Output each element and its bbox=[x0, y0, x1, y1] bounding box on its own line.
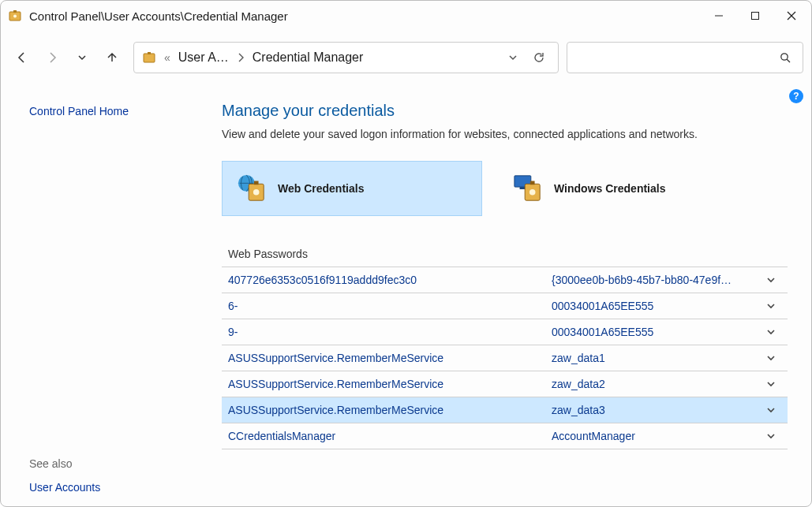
window-title: Control Panel\User Accounts\Credential M… bbox=[29, 9, 701, 23]
close-button[interactable] bbox=[773, 3, 810, 28]
location-icon bbox=[142, 50, 156, 65]
chevron-down-icon[interactable] bbox=[761, 326, 781, 337]
credential-row[interactable]: 407726e6353c0516f9119addd9fec3c0{3000ee0… bbox=[222, 267, 788, 293]
windows-credentials-tile[interactable]: Windows Credentials bbox=[498, 161, 758, 216]
address-dropdown[interactable] bbox=[501, 52, 525, 63]
credential-list: 407726e6353c0516f9119addd9fec3c0{3000ee0… bbox=[222, 267, 788, 449]
svg-rect-8 bbox=[148, 52, 151, 54]
credential-name: 407726e6353c0516f9119addd9fec3c0 bbox=[228, 274, 552, 286]
sidebar: Control Panel Home See also User Account… bbox=[1, 88, 222, 506]
search-icon bbox=[780, 52, 791, 64]
window: Control Panel\User Accounts\Credential M… bbox=[0, 0, 812, 507]
credential-row[interactable]: ASUSSupportService.RememberMeServicezaw_… bbox=[222, 371, 788, 397]
minimize-button[interactable] bbox=[701, 3, 737, 28]
chevron-down-icon[interactable] bbox=[761, 404, 781, 416]
section-label: Web Passwords bbox=[222, 248, 788, 267]
tile-label: Windows Credentials bbox=[554, 182, 665, 195]
back-button[interactable] bbox=[9, 44, 36, 71]
credential-user: 00034001A65EE555 bbox=[552, 300, 761, 312]
svg-rect-7 bbox=[144, 54, 155, 62]
svg-rect-1 bbox=[13, 10, 17, 13]
svg-rect-13 bbox=[254, 181, 259, 185]
title-bar: Control Panel\User Accounts\Credential M… bbox=[1, 1, 811, 31]
chevron-down-icon[interactable] bbox=[761, 300, 781, 311]
credential-user: zaw_data1 bbox=[552, 352, 761, 364]
credential-user: zaw_data2 bbox=[552, 378, 761, 390]
content-body: Control Panel Home See also User Account… bbox=[1, 88, 811, 506]
credential-user: 00034001A65EE555 bbox=[552, 326, 761, 338]
web-credentials-tile[interactable]: Web Credentials bbox=[222, 161, 482, 216]
see-also-label: See also bbox=[29, 457, 222, 470]
up-button[interactable] bbox=[99, 44, 125, 71]
page-title: Manage your credentials bbox=[222, 102, 788, 120]
forward-button[interactable] bbox=[39, 44, 65, 71]
credential-name: 6- bbox=[228, 300, 552, 312]
breadcrumb-segment[interactable]: Credential Manager bbox=[248, 50, 369, 65]
chevron-right-icon bbox=[234, 53, 248, 62]
refresh-button[interactable] bbox=[525, 51, 553, 64]
control-panel-home-link[interactable]: Control Panel Home bbox=[29, 105, 222, 117]
credential-name: 9- bbox=[228, 326, 552, 338]
svg-point-14 bbox=[253, 189, 260, 196]
credential-user: AccountManager bbox=[552, 430, 761, 442]
credential-name: CCredentialsManager bbox=[228, 430, 552, 442]
credential-name: ASUSSupportService.RememberMeService bbox=[228, 404, 552, 416]
chevron-down-icon[interactable] bbox=[761, 274, 781, 285]
credential-tiles: Web Credentials Windows Credentials bbox=[222, 161, 788, 216]
credential-user: zaw_data3 bbox=[552, 404, 761, 416]
user-accounts-link[interactable]: User Accounts bbox=[29, 481, 222, 494]
main-panel: ? Manage your credentials View and delet… bbox=[222, 88, 811, 506]
svg-point-19 bbox=[529, 189, 536, 196]
globe-vault-icon bbox=[237, 173, 267, 203]
chevron-down-icon[interactable] bbox=[761, 378, 781, 390]
credential-name: ASUSSupportService.RememberMeService bbox=[228, 352, 552, 364]
credential-row[interactable]: 9-00034001A65EE555 bbox=[222, 319, 788, 345]
help-icon[interactable]: ? bbox=[789, 89, 803, 103]
breadcrumb-segment[interactable]: User A… bbox=[174, 50, 234, 65]
credential-row[interactable]: 6-00034001A65EE555 bbox=[222, 293, 788, 319]
breadcrumb-ellipsis[interactable]: « bbox=[161, 51, 174, 64]
address-bar[interactable]: « User A… Credential Manager bbox=[133, 42, 559, 73]
maximize-button[interactable] bbox=[737, 3, 773, 28]
credential-row[interactable]: CCredentialsManagerAccountManager bbox=[222, 423, 788, 449]
page-subtitle: View and delete your saved logon informa… bbox=[222, 128, 788, 140]
chevron-down-icon[interactable] bbox=[761, 431, 781, 442]
credential-name: ASUSSupportService.RememberMeService bbox=[228, 378, 552, 390]
svg-point-9 bbox=[781, 53, 788, 59]
svg-rect-4 bbox=[752, 13, 759, 20]
history-dropdown[interactable] bbox=[69, 44, 95, 71]
credential-row[interactable]: ASUSSupportService.RememberMeServicezaw_… bbox=[222, 345, 788, 371]
credential-row[interactable]: ASUSSupportService.RememberMeServicezaw_… bbox=[222, 397, 788, 423]
svg-line-10 bbox=[787, 59, 790, 62]
app-icon bbox=[9, 9, 21, 22]
nav-row: « User A… Credential Manager bbox=[1, 31, 811, 88]
svg-rect-18 bbox=[530, 181, 535, 185]
credential-user: {3000ee0b-b6b9-45b7-bb80-47e9f… bbox=[552, 274, 761, 286]
chevron-down-icon[interactable] bbox=[761, 352, 781, 363]
tile-label: Web Credentials bbox=[278, 182, 364, 195]
svg-point-2 bbox=[13, 15, 17, 18]
monitor-vault-icon bbox=[513, 173, 543, 203]
search-box[interactable] bbox=[567, 42, 803, 73]
